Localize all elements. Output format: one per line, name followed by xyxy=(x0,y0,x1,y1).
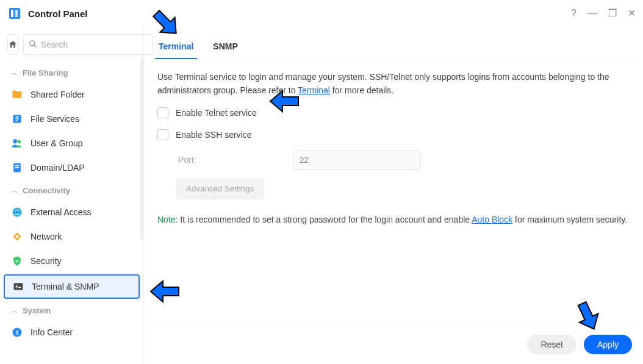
nav-label: Info Center xyxy=(31,327,73,337)
home-button[interactable] xyxy=(7,34,18,55)
terminal-icon xyxy=(12,280,24,293)
sidebar-item-external-access[interactable]: External Access xyxy=(0,200,143,224)
enable-ssh-label: Enable SSH service xyxy=(176,128,252,141)
auto-block-link[interactable]: Auto Block xyxy=(472,215,512,224)
group-label: System xyxy=(23,306,51,315)
search-input[interactable] xyxy=(41,40,148,49)
info-icon: i xyxy=(11,326,23,338)
nav-label: User & Group xyxy=(31,138,83,148)
port-row: Port: xyxy=(176,151,632,170)
file-services-icon xyxy=(11,113,23,125)
svg-rect-1 xyxy=(11,10,13,17)
search-icon xyxy=(29,40,37,50)
enable-telnet-row: Enable Telnet service xyxy=(157,106,632,120)
port-input xyxy=(293,151,421,170)
note-text: Note: It is recommended to set a strong … xyxy=(157,213,632,226)
sidebar-item-terminal-snmp[interactable]: Terminal & SNMP xyxy=(4,274,140,299)
search-input-wrap[interactable] xyxy=(23,34,153,55)
network-icon xyxy=(11,230,23,243)
svg-rect-2 xyxy=(15,10,18,17)
sidebar-item-network[interactable]: Network xyxy=(0,224,143,249)
maximize-button[interactable]: ❐ xyxy=(608,9,617,18)
main-panel: Terminal SNMP Use Terminal service to lo… xyxy=(144,27,643,364)
svg-line-4 xyxy=(34,45,37,47)
nav-label: File Services xyxy=(31,114,79,124)
sidebar-item-shared-folder[interactable]: Shared Folder xyxy=(0,82,143,107)
group-connectivity[interactable]: ︿ Connectivity xyxy=(0,180,143,200)
svg-rect-10 xyxy=(15,167,20,168)
nav-label: Domain/LDAP xyxy=(31,163,85,173)
group-system[interactable]: ︿ System xyxy=(0,300,143,320)
port-label: Port: xyxy=(176,153,286,166)
folder-icon xyxy=(11,88,23,101)
tab-snmp[interactable]: SNMP xyxy=(212,35,239,59)
shield-icon xyxy=(11,255,23,267)
nav-label: Shared Folder xyxy=(31,90,85,99)
tab-content: Use Terminal service to login and manage… xyxy=(157,59,632,326)
nav-label: Security xyxy=(31,256,62,266)
sidebar-item-domain-ldap[interactable]: Domain/LDAP xyxy=(0,155,143,180)
svg-point-12 xyxy=(16,235,19,238)
nav-label: Terminal & SNMP xyxy=(32,282,99,291)
domain-ldap-icon xyxy=(11,162,23,174)
window-controls: ? — ❐ ✕ xyxy=(571,9,636,18)
advanced-settings-button: Advanced Settings xyxy=(176,179,264,199)
terminal-help-link[interactable]: Terminal xyxy=(298,85,330,95)
reset-button[interactable]: Reset xyxy=(527,335,577,354)
external-access-icon xyxy=(11,206,23,218)
svg-text:i: i xyxy=(16,329,18,336)
intro-text: Use Terminal service to login and manage… xyxy=(157,70,632,98)
titlebar: Control Panel ? — ❐ ✕ xyxy=(0,0,643,27)
minimize-button[interactable]: — xyxy=(587,9,597,18)
svg-point-7 xyxy=(18,140,21,143)
svg-point-11 xyxy=(13,208,22,217)
sidebar-item-info-center[interactable]: i Info Center xyxy=(0,320,143,344)
footer: Reset Apply xyxy=(157,326,632,364)
sidebar-item-user-group[interactable]: User & Group xyxy=(0,131,143,155)
chevron-up-icon: ︿ xyxy=(11,186,18,195)
apply-button[interactable]: Apply xyxy=(584,335,632,354)
chevron-up-icon: ︿ xyxy=(11,68,18,77)
user-group-icon xyxy=(11,137,23,149)
nav-label: External Access xyxy=(31,207,92,217)
svg-point-6 xyxy=(13,139,17,143)
sidebar-item-security[interactable]: Security xyxy=(0,249,143,273)
enable-telnet-checkbox[interactable] xyxy=(157,107,168,118)
control-panel-icon xyxy=(7,6,22,21)
nav-label: Network xyxy=(31,232,62,241)
close-button[interactable]: ✕ xyxy=(628,9,636,18)
svg-rect-9 xyxy=(15,165,20,166)
help-button[interactable]: ? xyxy=(571,9,577,18)
sidebar: ︿ File Sharing Shared Folder File Servic… xyxy=(0,27,144,364)
svg-rect-13 xyxy=(14,283,23,290)
svg-rect-0 xyxy=(9,8,20,19)
window-title: Control Panel xyxy=(28,9,571,19)
group-file-sharing[interactable]: ︿ File Sharing xyxy=(0,62,143,82)
enable-telnet-label: Enable Telnet service xyxy=(176,106,257,120)
note-prefix: Note: xyxy=(157,215,178,224)
enable-ssh-checkbox[interactable] xyxy=(157,129,168,140)
sidebar-item-file-services[interactable]: File Services xyxy=(0,107,143,131)
tab-terminal[interactable]: Terminal xyxy=(157,35,195,59)
group-label: Connectivity xyxy=(23,186,70,195)
tabs: Terminal SNMP xyxy=(157,35,632,59)
group-label: File Sharing xyxy=(23,68,68,77)
sidebar-scrollbar[interactable] xyxy=(140,57,144,240)
chevron-up-icon: ︿ xyxy=(11,306,18,315)
enable-ssh-row: Enable SSH service xyxy=(157,128,632,141)
svg-point-3 xyxy=(30,40,35,45)
